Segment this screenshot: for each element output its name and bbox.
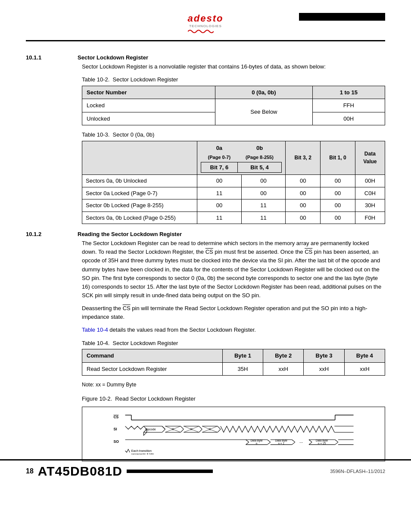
logo-wave — [188, 28, 224, 36]
svg-text:n + 15: n + 15 — [318, 442, 326, 445]
svg-line-24 — [199, 429, 202, 432]
footer-left: 18 AT45DB081D — [26, 464, 213, 479]
logo-sub: TECHNOLOGIES — [188, 24, 224, 28]
table-10-4-label: Table 10-4. Sector Lockdown Register — [82, 339, 385, 348]
timing-svg: CS SI Opcode — [89, 411, 378, 454]
svg-text:SI: SI — [113, 427, 117, 431]
svg-text:Opcode: Opcode — [145, 428, 156, 431]
row-label: Locked — [82, 99, 215, 112]
svg-text:CS: CS — [113, 414, 118, 419]
table-10-4: Command Byte 1 Byte 2 Byte 3 Byte 4 Read… — [82, 349, 385, 376]
header-bar — [299, 13, 385, 21]
svg-text:...: ... — [299, 439, 303, 443]
para-2: Deasserting the CS pin will terminate th… — [82, 304, 385, 321]
table-note: Note: xx = Dummy Byte — [82, 381, 385, 389]
table-row: Sectors 0a, 0b Locked (Page 0-255) 11 11… — [82, 212, 385, 224]
table-header-row-1: 0a 0b (Page 0-7) (Page 8-255) Bit 7, 6 B… — [82, 141, 385, 175]
page-footer: 18 AT45DB081D 3596N–DFLASH–11/2012 — [0, 459, 411, 482]
unlocked-val: 00H — [312, 112, 385, 125]
section-number: 10.1.1 — [26, 54, 78, 61]
th-byte3: Byte 3 — [304, 349, 344, 363]
th-bit32: Bit 3, 2 — [286, 141, 321, 175]
row-label: Sectors 0a, 0b Locked (Page 0-255) — [82, 212, 197, 224]
chip-name: AT45DB081D — [38, 464, 122, 479]
section-title: Reading the Sector Lockdown Register — [78, 231, 182, 237]
svg-text:n + 1: n + 1 — [278, 442, 284, 445]
table-row: Locked See Below FFH — [82, 99, 385, 112]
row-label: Unlocked — [82, 112, 215, 125]
section-10-1-1-content: Sector Lockdown Register is a nonvolatil… — [82, 62, 385, 224]
footer-bar — [127, 470, 213, 473]
th-description — [82, 141, 197, 175]
table-row: Read Sector Lockdown Register 35H xxH xx… — [82, 362, 385, 376]
table-row: Sector 0b Locked (Page 8-255) 00 11 00 0… — [82, 199, 385, 212]
svg-line-13 — [162, 429, 165, 432]
row-label: Sectors 0a, 0b Unlocked — [82, 175, 197, 187]
table-10-3-label: Table 10-3. Sector 0 (0a, 0b) — [82, 131, 385, 139]
svg-line-39 — [246, 439, 249, 442]
doc-id: 3596N–DFLASH–11/2012 — [330, 469, 385, 474]
svg-line-59 — [335, 442, 338, 445]
svg-line-30 — [218, 426, 221, 429]
table-10-2-label: Table 10-2. Sector Lockdown Register — [82, 75, 385, 84]
section-10-1-2-heading: 10.1.2 Reading the Sector Lockdown Regis… — [26, 231, 385, 237]
th-command: Command — [82, 349, 223, 363]
row-label: Sector 0b Locked (Page 8-255) — [82, 199, 197, 212]
table-row: Sector 0a Locked (Page 0-7) 11 00 00 00 … — [82, 187, 385, 199]
svg-line-17 — [181, 429, 184, 432]
svg-line-54 — [309, 439, 312, 442]
table-10-3: 0a 0b (Page 0-7) (Page 8-255) Bit 7, 6 B… — [82, 141, 385, 224]
svg-text:SO: SO — [113, 439, 119, 443]
col-header-0-0a-0b: 0 (0a, 0b) — [215, 86, 312, 99]
section-10-1-1-heading: 10.1.1 Sector Lockdown Register — [26, 54, 385, 61]
svg-line-31 — [218, 429, 221, 432]
svg-line-49 — [292, 439, 295, 442]
logo-text: adesto — [188, 13, 224, 24]
locked-val: FFH — [312, 99, 385, 112]
svg-text:X: X — [190, 427, 193, 431]
page-header: adesto TECHNOLOGIES — [26, 13, 385, 41]
see-below-cell: See Below — [215, 99, 312, 125]
svg-text:X: X — [209, 427, 211, 431]
th-byte4: Byte 4 — [344, 349, 385, 363]
cmd-name: Read Sector Lockdown Register — [82, 362, 223, 376]
svg-line-44 — [268, 442, 271, 445]
svg-line-12 — [162, 426, 165, 429]
logo: adesto TECHNOLOGIES — [188, 13, 224, 36]
th-0a-0b: 0a 0b (Page 0-7) (Page 8-255) Bit 7, 6 B… — [197, 141, 286, 175]
th-data-value: DataValue — [355, 141, 385, 175]
th-byte1: Byte 1 — [222, 349, 263, 363]
section-10-1-2-content: The Sector Lockdown Register can be read… — [82, 239, 385, 461]
section-intro: Sector Lockdown Register is a nonvolatil… — [82, 62, 385, 71]
svg-text:X: X — [172, 427, 174, 431]
th-byte2: Byte 2 — [263, 349, 304, 363]
svg-text:n: n — [256, 442, 258, 445]
svg-line-16 — [181, 426, 184, 429]
svg-line-43 — [268, 439, 271, 442]
col-header-1-to-15: 1 to 15 — [312, 86, 385, 99]
section-number: 10.1.2 — [26, 231, 78, 237]
table-10-2: Sector Number 0 (0a, 0b) 1 to 15 Locked … — [82, 86, 385, 126]
table-10-4-link[interactable]: Table 10-4 — [82, 327, 108, 333]
figure-10-2-label: Figure 10-2. Read Sector Lockdown Regist… — [82, 395, 385, 403]
svg-line-50 — [292, 442, 295, 445]
svg-text:Each transition: Each transition — [131, 449, 152, 453]
svg-line-58 — [335, 439, 338, 442]
page-number: 18 — [26, 467, 34, 475]
svg-line-40 — [246, 442, 249, 445]
svg-text:represents 8 bits: represents 8 bits — [131, 453, 154, 454]
para-1: The Sector Lockdown Register can be read… — [82, 239, 385, 300]
table-row: Sectors 0a, 0b Unlocked 00 00 00 00 00H — [82, 175, 385, 187]
svg-line-23 — [199, 426, 202, 429]
svg-line-55 — [309, 442, 312, 445]
th-bit10: Bit 1, 0 — [321, 141, 355, 175]
para-link: Table 10-4 details the values read from … — [82, 326, 385, 334]
section-title: Sector Lockdown Register — [78, 54, 148, 61]
col-header-sector-num: Sector Number — [82, 86, 215, 99]
row-label: Sector 0a Locked (Page 0-7) — [82, 187, 197, 199]
timing-diagram: CS SI Opcode — [82, 407, 385, 462]
